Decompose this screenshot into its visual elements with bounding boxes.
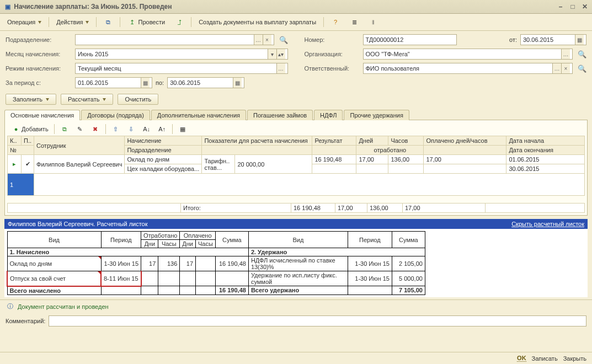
sort-desc-button[interactable]: A↑ [156,124,169,135]
move-down-button[interactable]: ⇩ [125,124,138,135]
maximize-button[interactable]: □ [569,3,577,10]
edit-row-button[interactable]: ✎ [73,124,87,135]
copy-icon: ⧉ [104,18,113,26]
subdivision-input[interactable]: … × [75,34,274,45]
actions-menu[interactable]: Действия [52,17,93,27]
org-input[interactable]: ООО "ТФ-Мега" … [363,49,573,60]
period-to-input[interactable]: 30.06.2015 ▦ [167,77,244,88]
copy-row-button[interactable]: ⧉ [58,124,71,135]
col-result[interactable]: Результат [312,136,356,146]
col-days[interactable]: Дней [356,136,388,146]
calc-button[interactable]: Рассчитать [61,94,113,105]
accrual-grid[interactable]: К.. П.. Сотрудник Начисление Показатели … [7,136,585,196]
create-payment-docs[interactable]: Создать документы на выплату зарплаты [195,17,320,27]
resp-input[interactable]: ФИО пользователя … × [363,63,573,74]
col-indicators[interactable]: Показатели для расчета начисления [202,136,312,146]
spinner-icon[interactable]: ▴▾ [276,49,285,59]
help-button[interactable]: ? [327,16,344,28]
tab-main[interactable]: Основные начисления [4,110,80,120]
save-button[interactable]: Записать [532,355,558,362]
settings-button-2[interactable]: ⦀ [365,16,381,28]
columns-setup-button[interactable]: ▦ [176,124,189,135]
payslip-title: Филиппов Валерий Сергеевич. Расчетный ли… [8,221,148,227]
mode-label: Режим начисления: [6,65,72,72]
clear-button[interactable]: Очистить [118,94,158,105]
number-label: Номер: [305,36,360,43]
fill-button[interactable]: Заполнить [6,94,56,105]
table-row[interactable]: ▸ ✔ Филиппов Валерий Сергеевич Оклад по … [8,155,585,164]
columns-icon: ⦀ [369,18,377,26]
hide-payslip-link[interactable]: Скрыть расчетный листок [511,221,584,227]
ellipsis-icon[interactable]: … [552,63,561,73]
col-worked[interactable]: отработано [356,146,424,155]
col-hours[interactable]: Часов [388,136,424,146]
ok-button[interactable]: OK [517,355,526,362]
chevron-down-icon [86,21,89,24]
col-accrual[interactable]: Начисление [125,136,202,146]
arrow-down-icon: ⇩ [127,125,136,133]
magnifier-icon[interactable]: 🔍 [279,36,288,44]
dropdown-icon[interactable]: ▾ [268,49,276,59]
sort-asc-button[interactable]: A↓ [140,124,153,135]
titlebar: ▣ Начисление зарплаты: За Июнь 2015. Про… [0,0,592,14]
move-up-button[interactable]: ⇧ [109,124,122,135]
status-text: Документ рассчитан и проведен [18,303,109,310]
tab-ndfl[interactable]: НДФЛ [314,110,343,120]
close-button-bottom[interactable]: Закрыть [563,355,586,362]
tab-contracts[interactable]: Договоры (подряда) [81,110,150,120]
col-p[interactable]: П.. [22,136,34,146]
plus-icon: ● [12,125,20,133]
help-icon: ? [331,18,340,26]
ellipsis-icon[interactable]: … [561,49,570,59]
settings-button-1[interactable]: ≣ [346,16,362,28]
operation-menu[interactable]: Операция [3,17,45,27]
resp-label: Ответственный: [305,65,360,72]
magnifier-icon[interactable]: 🔍 [578,65,586,73]
col-paid[interactable]: Оплачено дней/часов [424,136,506,146]
tab-other[interactable]: Прочие удержания [344,110,409,120]
post-icon: ⮥ [175,18,184,26]
post-button[interactable]: ↥ Провести [124,16,169,28]
minimize-button[interactable]: – [557,3,564,10]
col-datestart[interactable]: Дата начала [506,136,585,146]
calendar-icon[interactable]: ▦ [575,35,584,45]
period-from-input[interactable]: 01.06.2015 ▦ [75,77,152,88]
col-number[interactable]: № [8,146,34,155]
date-input[interactable]: 30.06.2015 ▦ [520,34,586,45]
window-title: Начисление зарплаты: За Июнь 2015. Прове… [14,3,172,10]
col-employee[interactable]: Сотрудник [34,136,125,155]
chevron-down-icon [46,98,49,101]
number-input[interactable]: ТД000000012 [363,34,457,45]
col-subdivision[interactable]: Подразделение [125,146,202,155]
delete-icon: ✖ [91,125,100,133]
table-row-sel[interactable]: 1 [8,174,585,196]
clear-icon[interactable]: × [561,63,570,73]
delete-row-button[interactable]: ✖ [89,124,102,135]
col-dateend[interactable]: Дата окончания [506,146,585,155]
post-icon-button[interactable]: ⮥ [171,16,188,28]
tab-additional[interactable]: Дополнительные начисления [151,110,246,120]
clear-icon[interactable]: × [263,35,271,45]
close-button[interactable]: ✕ [581,3,589,10]
total-label: Итого: [181,204,291,213]
comment-input[interactable] [49,315,586,326]
ellipsis-icon[interactable]: … [276,63,285,73]
row-marker-icon: ▸ [10,160,19,169]
date-label: от: [509,36,517,43]
tab-loans[interactable]: Погашение займов [247,110,313,120]
period-from-label: За период с: [6,79,72,86]
copy-button[interactable]: ⧉ [100,16,116,28]
add-button[interactable]: ● Добавить [9,124,51,135]
doc-icon: ▣ [3,2,12,11]
col-k[interactable]: К.. [8,136,22,146]
month-input[interactable]: Июнь 2015 ▾ ▴▾ [75,49,288,60]
calendar-icon[interactable]: ▦ [141,78,150,88]
magnifier-icon[interactable]: 🔍 [578,50,586,58]
sort-desc-icon: A↑ [158,125,167,133]
org-label: Организация: [305,51,360,57]
month-label: Месяц начисления: [6,51,72,57]
mode-input[interactable]: Текущий месяц … [75,63,288,74]
calendar-icon[interactable]: ▦ [233,78,242,88]
ellipsis-icon[interactable]: … [254,35,263,45]
chevron-down-icon [38,21,41,24]
